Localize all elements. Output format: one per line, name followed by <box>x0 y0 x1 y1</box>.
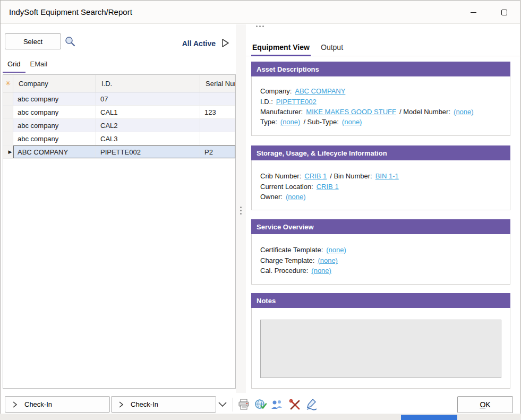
subtype-label: / Sub-Type: <box>303 118 338 126</box>
section-title: Storage, Usage, & Lifecycle Information <box>251 145 510 160</box>
id-link[interactable]: PIPETTE002 <box>276 98 317 106</box>
asterisk-icon: ✳ <box>5 80 11 87</box>
row-indicator-cell <box>3 119 13 132</box>
ok-button[interactable]: OK <box>457 396 513 413</box>
globe-check-icon[interactable] <box>253 397 268 412</box>
tools-icon[interactable] <box>287 397 302 412</box>
cal-procedure-label: Cal. Procedure: <box>260 267 308 275</box>
title-bar: IndySoft Equipment Search/Report <box>1 1 520 24</box>
owner-link[interactable]: (none) <box>286 193 306 201</box>
tab-output[interactable]: Output <box>321 41 343 53</box>
check-in-label: Check-In <box>131 400 158 408</box>
manufacturer-label: Manufacturer: <box>260 108 303 116</box>
table-row-selected[interactable]: ▶ ABC COMPANY PIPETTE002 P2 <box>3 145 235 159</box>
row-indicator-cell <box>3 106 13 118</box>
tab-equipment-view[interactable]: Equipment View <box>251 41 311 56</box>
maximize-button[interactable] <box>492 4 516 20</box>
more-actions-chevron-down-icon[interactable] <box>217 401 228 410</box>
chevron-right-icon <box>12 401 18 408</box>
section-title: Service Overview <box>251 219 510 234</box>
right-tab-strip: Equipment View Output <box>246 40 521 56</box>
model-number-link[interactable]: (none) <box>454 108 474 116</box>
subtype-link[interactable]: (none) <box>342 118 362 126</box>
cell-serial[interactable] <box>200 92 235 105</box>
cell-company[interactable]: ABC COMPANY <box>13 145 96 158</box>
results-grid: ✳ Company I.D. Serial Num abc company 07… <box>3 74 236 389</box>
ok-label: OK <box>480 400 490 409</box>
footer-bar: Check-In Check-In <box>1 396 520 414</box>
section-title: Asset Descriptions <box>251 62 510 76</box>
cell-serial[interactable] <box>200 119 235 132</box>
cell-id[interactable]: CAL2 <box>96 119 200 132</box>
row-indicator-cell <box>3 92 13 105</box>
table-row[interactable]: abc company CAL2 <box>3 119 235 132</box>
current-location-link[interactable]: CRIB 1 <box>317 183 339 191</box>
grid-marker-header[interactable]: ✳ <box>3 75 13 92</box>
type-link[interactable]: (none) <box>280 118 301 126</box>
charge-template-link[interactable]: (none) <box>318 256 338 264</box>
section-service-overview: Service Overview Certificate Template: (… <box>251 219 510 285</box>
table-row[interactable]: abc company CAL1 123 <box>3 106 235 119</box>
cell-company[interactable]: abc company <box>13 106 96 118</box>
column-header-id[interactable]: I.D. <box>96 75 200 92</box>
cell-serial[interactable] <box>200 132 235 145</box>
minimize-button[interactable] <box>462 4 485 20</box>
tab-email[interactable]: EMail <box>25 57 53 73</box>
charge-template-label: Charge Template: <box>260 256 314 264</box>
cell-serial[interactable]: P2 <box>200 145 235 158</box>
selected-row-highlight: ABC COMPANY PIPETTE002 P2 <box>13 145 235 158</box>
run-view-icon[interactable] <box>220 38 230 50</box>
manufacturer-link[interactable]: MIKE MAKES GOOD STUFF <box>306 108 396 116</box>
current-location-label: Current Location: <box>260 183 313 191</box>
crib-number-label: Crib Number: <box>260 172 301 180</box>
tab-grid[interactable]: Grid <box>3 57 25 73</box>
cal-procedure-link[interactable]: (none) <box>311 267 331 275</box>
people-icon[interactable] <box>269 397 284 412</box>
row-indicator-cell <box>3 132 13 145</box>
cell-id[interactable]: PIPETTE002 <box>96 145 200 158</box>
table-row[interactable]: abc company CAL3 <box>3 132 235 145</box>
owner-label: Owner: <box>260 193 283 201</box>
toolbar-separator <box>233 398 233 412</box>
bin-number-link[interactable]: BIN 1-1 <box>375 172 399 180</box>
id-label: I.D.: <box>260 98 273 106</box>
maximize-icon <box>501 10 507 15</box>
certificate-template-label: Certificate Template: <box>260 246 323 254</box>
check-in-button-primary[interactable]: Check-In <box>5 396 110 413</box>
certificate-template-link[interactable]: (none) <box>326 246 346 254</box>
window-title: IndySoft Equipment Search/Report <box>9 1 132 24</box>
row-indicator-cell: ▶ <box>3 145 13 158</box>
cell-company[interactable]: abc company <box>13 132 96 145</box>
column-header-company[interactable]: Company <box>13 75 96 92</box>
cell-company[interactable]: abc company <box>13 119 96 132</box>
cell-company[interactable]: abc company <box>13 92 96 105</box>
company-label: Company: <box>260 87 292 95</box>
section-notes: Notes <box>251 293 510 389</box>
bin-number-label: / Bin Number: <box>330 172 372 180</box>
left-tab-strip: Grid EMail <box>3 57 52 73</box>
section-storage-lifecycle: Storage, Usage, & Lifecycle Information … <box>251 145 510 210</box>
signature-pen-icon[interactable] <box>304 397 319 412</box>
grid-header-row: ✳ Company I.D. Serial Num <box>3 75 235 92</box>
select-button[interactable]: Select <box>5 33 61 49</box>
cell-id[interactable]: CAL1 <box>96 106 200 118</box>
cell-id[interactable]: CAL3 <box>96 132 200 145</box>
section-asset-descriptions: Asset Descriptions Company: ABC COMPANY … <box>251 62 510 136</box>
search-icon[interactable] <box>64 36 76 50</box>
check-in-label: Check-In <box>24 400 52 408</box>
panel-splitter[interactable] <box>236 24 246 393</box>
printer-icon[interactable] <box>236 397 251 412</box>
chevron-right-icon <box>118 401 124 408</box>
table-row[interactable]: abc company 07 <box>3 92 235 106</box>
minimize-icon <box>471 12 476 13</box>
cell-id[interactable]: 07 <box>96 92 200 105</box>
company-link[interactable]: ABC COMPANY <box>295 87 345 95</box>
column-header-serial[interactable]: Serial Num <box>200 75 235 92</box>
view-scope-label[interactable]: All Active <box>133 39 216 48</box>
splitter-grip-icon <box>240 207 242 215</box>
top-splitter-grip-icon[interactable] <box>256 25 264 27</box>
cell-serial[interactable]: 123 <box>200 106 235 118</box>
notes-field <box>260 320 501 378</box>
check-in-button-secondary[interactable]: Check-In <box>111 396 216 413</box>
crib-number-link[interactable]: CRIB 1 <box>304 172 327 180</box>
